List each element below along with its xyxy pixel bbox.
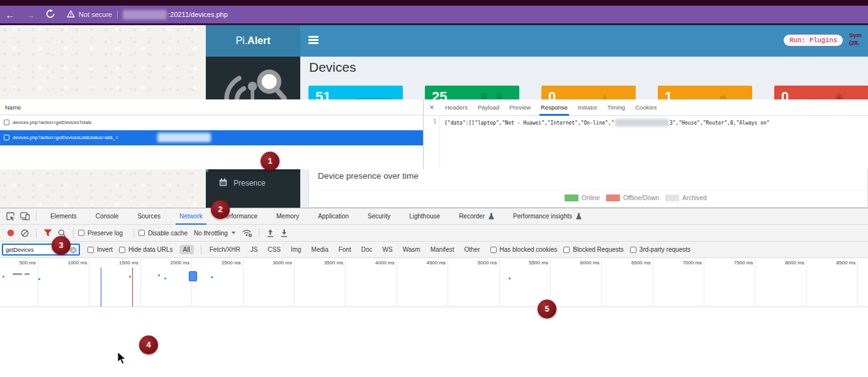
- request-row[interactable]: devices.php?action=getDevicesTotals: [0, 115, 423, 130]
- browser-tab-strip: [0, 0, 868, 6]
- presence-panel: Device presence over time Online Offline…: [308, 165, 868, 208]
- toolbar-divider: [201, 245, 201, 254]
- waterfall-bar: [25, 273, 30, 275]
- panel-divider: [309, 189, 867, 190]
- toolbar-divider: [36, 211, 37, 221]
- filter-pill-font[interactable]: Font: [335, 245, 355, 254]
- tab-security[interactable]: Security: [358, 208, 400, 225]
- chevron-down-icon: [232, 232, 235, 234]
- device-toolbar-icon[interactable]: [18, 211, 31, 222]
- tab-memory[interactable]: Memory: [267, 208, 308, 225]
- mouse-cursor: [117, 351, 127, 365]
- not-secure-label: Not secure: [79, 11, 112, 18]
- back-icon[interactable]: ←: [0, 9, 20, 20]
- clear-network-log-icon[interactable]: [18, 227, 31, 239]
- tab-sources[interactable]: Sources: [128, 208, 170, 225]
- detail-tab-payload[interactable]: Payload: [473, 99, 504, 116]
- response-body[interactable]: 1 {"data":[["laptop","Net - Huawei","Int…: [424, 116, 868, 169]
- filter-pill-other[interactable]: Other: [460, 245, 483, 254]
- has-blocked-cookies-checkbox[interactable]: [490, 247, 497, 253]
- disable-cache-label: Disable cache: [148, 230, 188, 237]
- hamburger-icon[interactable]: [308, 36, 318, 45]
- legend-swatch-archived: [665, 194, 679, 201]
- export-har-icon[interactable]: [278, 227, 291, 239]
- waterfall-dot: [211, 276, 213, 278]
- reload-icon[interactable]: [40, 9, 60, 20]
- devtools-tab-bar: Elements Console Sources Network Perform…: [0, 208, 868, 225]
- timeline-tick: 1000 ms: [38, 259, 89, 307]
- request-checkbox[interactable]: [4, 120, 9, 125]
- tab-performance-insights[interactable]: Performance insights: [504, 208, 591, 225]
- filter-pill-media[interactable]: Media: [308, 245, 332, 254]
- request-name: devices.php?action=getDevicesTotals: [13, 120, 91, 125]
- panel-title: Device presence over time: [318, 171, 419, 181]
- detail-tab-response[interactable]: Response: [536, 99, 573, 116]
- url-divider: [117, 11, 118, 19]
- preserve-log-checkbox[interactable]: [78, 230, 84, 236]
- app-logo[interactable]: Pi.Alert: [206, 25, 300, 57]
- domcontentloaded-marker: [101, 267, 101, 307]
- sidebar-item-presence[interactable]: Presence: [206, 172, 300, 194]
- waterfall-dot: [129, 276, 131, 278]
- record-icon[interactable]: [4, 227, 18, 239]
- import-har-icon[interactable]: [264, 227, 278, 239]
- logo-bold: Alert: [247, 35, 270, 46]
- detail-tab-headers[interactable]: Headers: [440, 99, 473, 116]
- network-overview-timeline[interactable]: 500 ms 1000 ms 1500 ms 2000 ms 2500 ms 3…: [0, 259, 868, 307]
- filter-pill-js[interactable]: JS: [247, 245, 262, 254]
- filter-pill-all[interactable]: All: [179, 245, 194, 254]
- blocked-requests-checkbox[interactable]: [563, 247, 570, 253]
- preserve-log-label: Preserve log: [87, 230, 123, 237]
- filter-pill-wasm[interactable]: Wasm: [399, 245, 424, 254]
- detail-tab-preview[interactable]: Preview: [504, 99, 536, 116]
- disable-cache-checkbox[interactable]: [138, 230, 145, 236]
- third-party-requests-checkbox[interactable]: [630, 247, 636, 253]
- filter-pill-ws[interactable]: WS: [379, 245, 397, 254]
- filter-pill-css[interactable]: CSS: [264, 245, 285, 254]
- screenshot-root: ← → Not secure :20211/devices.php Pi.Ale…: [0, 0, 868, 377]
- detail-tab-initiator[interactable]: Initiator: [573, 99, 602, 116]
- throttling-select[interactable]: No throttling: [194, 230, 235, 237]
- filter-pill-fetch-xhr[interactable]: Fetch/XHR: [206, 245, 244, 254]
- toolbar-divider: [36, 228, 37, 238]
- network-conditions-icon[interactable]: [240, 227, 254, 239]
- detail-tab-timing[interactable]: Timing: [602, 99, 630, 116]
- filter-pill-doc[interactable]: Doc: [358, 245, 376, 254]
- tab-console[interactable]: Console: [86, 208, 128, 225]
- hide-data-urls-checkbox[interactable]: [119, 247, 125, 253]
- url-chip[interactable]: Not secure :20211/devices.php: [67, 8, 228, 21]
- invert-checkbox[interactable]: [87, 247, 94, 253]
- inspect-element-icon[interactable]: [4, 211, 18, 222]
- tab-lighthouse[interactable]: Lighthouse: [400, 208, 449, 225]
- toolbar-divider: [133, 228, 134, 238]
- request-list-header[interactable]: Name: [0, 99, 423, 115]
- detail-tab-cookies[interactable]: Cookies: [630, 99, 662, 116]
- legend-swatch-offline: [606, 194, 620, 201]
- filter-pill-img[interactable]: Img: [287, 245, 305, 254]
- filter-input-value: getDevices: [6, 247, 34, 253]
- timeline-tick: 6000 ms: [551, 259, 602, 307]
- request-detail-pane: × Headers Payload Preview Response Initi…: [423, 99, 868, 169]
- filter-pill-manifest[interactable]: Manifest: [427, 245, 458, 254]
- page-title: Devices: [309, 60, 356, 75]
- close-icon[interactable]: ×: [424, 103, 440, 112]
- logo-prefix: Pi.: [235, 35, 247, 46]
- tab-application[interactable]: Application: [308, 208, 358, 225]
- redacted-query-blur: [157, 133, 211, 142]
- request-row-selected[interactable]: devices.php?action=getDevicesList&status…: [0, 130, 423, 145]
- timeline-tick: 2000 ms: [141, 259, 192, 307]
- request-checkbox[interactable]: [4, 135, 9, 140]
- filter-icon[interactable]: [41, 227, 55, 239]
- tab-elements[interactable]: Elements: [41, 208, 86, 225]
- invert-label: Invert: [97, 246, 113, 253]
- tab-network[interactable]: Network: [170, 208, 212, 225]
- clear-filter-icon[interactable]: ×: [70, 247, 77, 254]
- forward-icon[interactable]: →: [20, 9, 40, 20]
- legend-item-online: Online: [565, 194, 600, 201]
- network-toolbar: Preserve log Disable cache No throttling: [0, 225, 868, 242]
- legend-item-offline: Offline/Down: [606, 194, 659, 201]
- waterfall-dot: [38, 278, 40, 280]
- run-plugins-button[interactable]: Run: Plugins: [784, 35, 843, 46]
- tab-recorder[interactable]: Recorder: [449, 208, 504, 225]
- third-party-requests-label: 3rd-party requests: [640, 246, 690, 253]
